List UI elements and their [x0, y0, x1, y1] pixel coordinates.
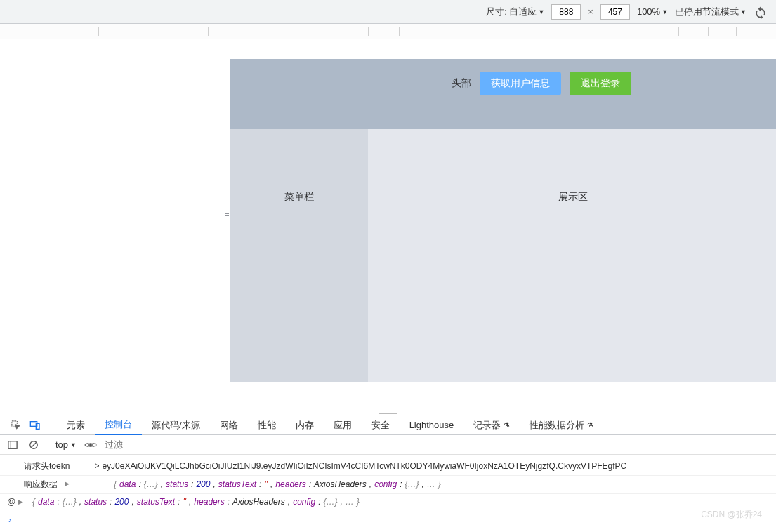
log-location: @: [7, 497, 15, 507]
log-prefix: 请求头toekn=====>: [24, 460, 99, 472]
console-log-line[interactable]: 响应数据 ▶ { data: {…}, status: 200, statusT…: [0, 476, 776, 494]
tab-perf-insights[interactable]: 性能数据分析⚗: [520, 415, 603, 435]
app-body: 菜单栏 展示区: [230, 129, 776, 382]
inspect-icon[interactable]: [6, 415, 25, 435]
sidebar-label: 菜单栏: [284, 191, 314, 204]
tab-lighthouse[interactable]: Lighthouse: [400, 415, 464, 435]
tab-sources[interactable]: 源代码/来源: [142, 415, 210, 435]
dimensions-dropdown[interactable]: 尺寸: 自适应 ▼: [486, 6, 544, 18]
height-input[interactable]: [600, 4, 630, 20]
zoom-dropdown[interactable]: 100% ▼: [637, 6, 668, 17]
tab-application[interactable]: 应用: [324, 415, 362, 435]
console-log-line[interactable]: 请求头toekn=====> eyJ0eXAiOiJKV1QiLCJhbGciO…: [0, 458, 776, 476]
devtools-panel: 元素 控制台 源代码/来源 网络 性能 内存 应用 安全 Lighthouse …: [0, 411, 776, 532]
context-selector[interactable]: top ▼: [55, 439, 77, 450]
flask-icon: ⚗: [504, 421, 510, 429]
expand-arrow-icon[interactable]: ▶: [65, 480, 70, 487]
throttling-label: 已停用节流模式: [675, 6, 739, 18]
get-user-info-button[interactable]: 获取用户信息: [480, 72, 561, 95]
tab-elements[interactable]: 元素: [57, 415, 95, 435]
watermark: CSDN @张乔24: [701, 509, 762, 521]
filter-input[interactable]: [105, 439, 245, 450]
dimensions-label: 尺寸: 自适应: [486, 6, 537, 18]
chevron-down-icon: ▼: [538, 8, 544, 15]
device-viewport: 头部 获取用户信息 退出登录 菜单栏 展示区: [0, 39, 776, 383]
separator: [51, 420, 51, 431]
console-log-line[interactable]: @ ▶ { data: {…}, status: 200, statusText…: [0, 494, 776, 510]
width-input[interactable]: [551, 4, 581, 20]
svg-line-6: [32, 442, 37, 447]
main-label: 展示区: [558, 191, 588, 204]
header-label: 头部: [452, 72, 471, 95]
log-token: eyJ0eXAiOiJKV1QiLCJhbGciOiJIUzI1NiJ9.eyJ…: [102, 461, 626, 471]
svg-rect-3: [8, 441, 17, 448]
logout-button[interactable]: 退出登录: [570, 72, 631, 95]
throttling-dropdown[interactable]: 已停用节流模式 ▼: [675, 6, 747, 18]
ruler-strip: [0, 24, 776, 39]
tab-recorder[interactable]: 记录器⚗: [463, 415, 520, 435]
app-header: 头部 获取用户信息 退出登录: [230, 59, 776, 129]
device-toolbar: 尺寸: 自适应 ▼ × 100% ▼ 已停用节流模式 ▼: [0, 0, 776, 24]
console-prompt[interactable]: ›: [0, 510, 776, 529]
console-output: 请求头toekn=====> eyJ0eXAiOiJKV1QiLCJhbGciO…: [0, 455, 776, 532]
flask-icon: ⚗: [587, 421, 593, 429]
tab-network[interactable]: 网络: [210, 415, 248, 435]
device-toggle-icon[interactable]: [25, 415, 45, 435]
chevron-down-icon: ▼: [70, 441, 77, 448]
chevron-down-icon: ▼: [662, 8, 668, 15]
tab-security[interactable]: 安全: [362, 415, 400, 435]
separator: [48, 440, 48, 450]
tab-memory[interactable]: 内存: [286, 415, 324, 435]
chevron-down-icon: ▼: [740, 8, 747, 15]
log-prefix: 响应数据: [24, 479, 58, 491]
rotate-icon[interactable]: [754, 5, 768, 19]
dimension-separator: ×: [588, 6, 593, 17]
resize-handle[interactable]: [225, 213, 229, 229]
tab-console[interactable]: 控制台: [95, 415, 142, 435]
clear-console-icon[interactable]: [27, 438, 41, 452]
app-preview: 头部 获取用户信息 退出登录 菜单栏 展示区: [230, 59, 776, 382]
live-expression-icon[interactable]: [84, 438, 98, 452]
app-sidebar: 菜单栏: [230, 129, 368, 382]
zoom-label: 100%: [637, 6, 660, 17]
expand-arrow-icon[interactable]: ▶: [18, 498, 23, 505]
devtools-tab-strip: 元素 控制台 源代码/来源 网络 性能 内存 应用 安全 Lighthouse …: [0, 415, 776, 435]
console-sidebar-toggle-icon[interactable]: [6, 438, 20, 452]
tab-performance[interactable]: 性能: [248, 415, 286, 435]
context-label: top: [55, 439, 68, 450]
console-toolbar: top ▼: [0, 435, 776, 455]
app-main: 展示区: [368, 129, 776, 382]
